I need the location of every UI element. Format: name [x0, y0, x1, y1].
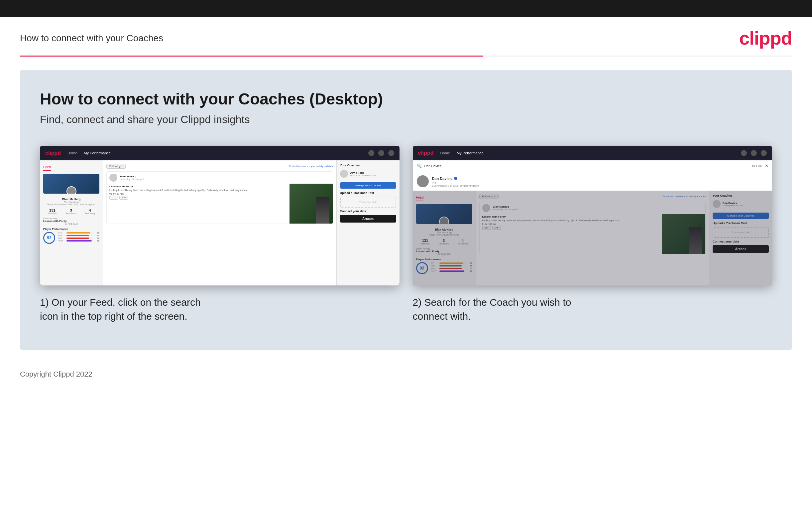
bar-arg: ARG 86 [58, 237, 99, 239]
following-button-1[interactable]: Following ▾ [106, 164, 126, 169]
screenshot-1-container: clippd Home My Performance Feed [40, 146, 399, 323]
step-1-label: 1) On your Feed, click on the search ico… [40, 295, 399, 323]
profile-club-1: Royal North Devon Golf Club, United King… [43, 203, 99, 206]
page-title: How to connect with your Coaches [20, 33, 163, 44]
settings-icon-nav[interactable] [388, 150, 394, 156]
stats-row-1: 131 Activities 3 Followers 4 Following [43, 208, 99, 215]
control-link-1[interactable]: Control who can see your activity and da… [289, 165, 333, 167]
result-info: Dan Davies Pro Sunningdale Golf Club, Un… [432, 175, 479, 187]
score-circle-1: 92 [43, 232, 55, 244]
profile-name-1: Blair McHarg [43, 198, 99, 201]
mock-body-1: Feed Blair McHarg Plus Handicap Royal No… [40, 160, 399, 286]
search-input-overlay[interactable]: Dan Davies [424, 164, 750, 168]
profile-icon-nav[interactable] [378, 150, 384, 156]
nav-icons-2 [741, 150, 767, 156]
nav-my-performance-2[interactable]: My Performance [457, 151, 484, 155]
center-panel-2: Following ▾ Control who can see your act… [476, 190, 709, 286]
mock-body-2: Feed Blair McHarg Plus Handicap Royal No… [413, 190, 772, 286]
main-content: How to connect with your Coaches (Deskto… [20, 70, 792, 350]
center-panel-1: Following ▾ Control who can see your act… [103, 160, 336, 286]
coach-avatar-david [340, 170, 348, 178]
stat-following-1: 4 Following [85, 208, 95, 215]
manage-coaches-btn-2[interactable]: Manage Your Coaches [713, 213, 769, 219]
upload-title-1: Upload a Trackman Test [340, 191, 396, 195]
ott-btn-1[interactable]: OTT [109, 196, 118, 200]
post-avatar-1 [109, 174, 117, 182]
clippd-logo: clippd [739, 27, 792, 49]
post-text-area-1: Lesson with Fordy Looking to feel like m… [107, 184, 289, 223]
search-icon-overlay: 🔍 [417, 164, 422, 168]
right-panel-2: Your Coaches Dan Davies Sunningdale Golf… [709, 190, 772, 286]
profile-icon-nav-2[interactable] [751, 150, 757, 156]
profile-banner-1 [43, 174, 99, 194]
app-btn-1[interactable]: APP [119, 196, 128, 200]
coach-info-1: David Ford Royal North Devon Golf Club [350, 171, 376, 176]
search-overlay: 🔍 Dan Davies CLEAR × Dan Davies Pro [413, 160, 772, 190]
latest-activity-label-1: Latest Activity [43, 217, 99, 220]
main-subtitle: Find, connect and share your Clippd insi… [40, 114, 772, 126]
screenshots-row: clippd Home My Performance Feed [40, 146, 772, 323]
profile-avatar-2 [439, 217, 449, 224]
post-header-1: Blair McHarg Yesterday · Sunningdale [107, 172, 333, 184]
nav-home-1[interactable]: Home [67, 151, 77, 155]
footer: Copyright Clippd 2022 [0, 363, 812, 385]
result-name-row: Dan Davies [432, 175, 479, 181]
post-figure-1 [316, 197, 329, 223]
following-row-1: Following ▾ Control who can see your act… [106, 164, 333, 169]
bar-app: APP 85 [58, 235, 99, 237]
profile-banner-2 [416, 204, 472, 224]
post-card-1: Blair McHarg Yesterday · Sunningdale Les… [106, 171, 333, 224]
settings-icon-nav-2[interactable] [761, 150, 767, 156]
post-image-1 [289, 184, 333, 223]
search-result-item[interactable]: Dan Davies Pro Sunningdale Golf Club, Un… [413, 172, 772, 190]
connect-title-1: Connect your data [340, 210, 396, 213]
screenshot-2: clippd Home My Performance 🔍 Dan Davies … [413, 146, 772, 286]
your-coaches-title-1: Your Coaches [340, 164, 396, 167]
left-panel-1: Feed Blair McHarg Plus Handicap Royal No… [40, 160, 103, 286]
stat-activities-1: 131 Activities [48, 208, 57, 215]
nav-logo-1: clippd [45, 150, 61, 156]
nav-icons-1 [368, 150, 394, 156]
arccos-btn-1[interactable]: Arccos [340, 215, 396, 222]
coach-avatar-dan [713, 200, 721, 208]
header-divider [20, 55, 792, 56]
nav-home-2[interactable]: Home [440, 151, 450, 155]
profile-avatar-1 [66, 186, 77, 194]
header: How to connect with your Coaches clippd [0, 17, 812, 55]
manage-coaches-btn-1[interactable]: Manage Your Coaches [340, 182, 396, 188]
profile-handicap-1: Plus Handicap [43, 201, 99, 203]
bar-putt: PUTT 96 [58, 240, 99, 242]
post-body-1: Lesson with Fordy Looking to feel like m… [107, 184, 333, 223]
clear-button[interactable]: CLEAR [752, 164, 762, 168]
post-btns-1: OTT APP [109, 196, 287, 200]
result-avatar-dan [417, 175, 429, 187]
search-icon-nav-2[interactable] [741, 150, 747, 156]
step-2-label: 2) Search for the Coach you wish to conn… [413, 295, 772, 323]
right-panel-1: Your Coaches David Ford Royal North Devo… [336, 160, 399, 286]
verified-badge [454, 177, 457, 180]
player-perf-1: Player Performance 92 OTT 90 APP [43, 227, 99, 243]
perf-bars-1: OTT 90 APP 85 ARG [58, 232, 99, 243]
search-bar-overlay: 🔍 Dan Davies CLEAR × [413, 160, 772, 172]
profile-name-2: Blair McHarg [416, 228, 472, 231]
trackman-box-1: Trackman Link [340, 197, 396, 208]
copyright-text: Copyright Clippd 2022 [20, 370, 92, 378]
screenshot-2-container: clippd Home My Performance 🔍 Dan Davies … [413, 146, 772, 323]
latest-date-1: 03 Aug 2022 [43, 222, 99, 225]
mock-nav-2: clippd Home My Performance [413, 146, 772, 160]
top-bar [0, 0, 812, 17]
post-meta-1: Blair McHarg Yesterday · Sunningdale [120, 175, 145, 180]
latest-activity-val-1: Lesson with Fordy [43, 220, 99, 222]
nav-logo-2: clippd [418, 150, 434, 156]
main-title: How to connect with your Coaches (Deskto… [40, 90, 772, 108]
screenshot-1: clippd Home My Performance Feed [40, 146, 399, 286]
feed-tab-1[interactable]: Feed [43, 165, 51, 171]
close-search-button[interactable]: × [765, 163, 768, 169]
left-panel-2: Feed Blair McHarg Plus Handicap Royal No… [413, 190, 476, 286]
nav-my-performance-1[interactable]: My Performance [84, 151, 111, 155]
search-icon-nav[interactable] [368, 150, 374, 156]
bar-ott: OTT 90 [58, 232, 99, 234]
coach-card-1: David Ford Royal North Devon Golf Club [340, 170, 396, 178]
feed-tab-2: Feed [416, 196, 424, 201]
stat-followers-1: 3 Followers [66, 208, 76, 215]
